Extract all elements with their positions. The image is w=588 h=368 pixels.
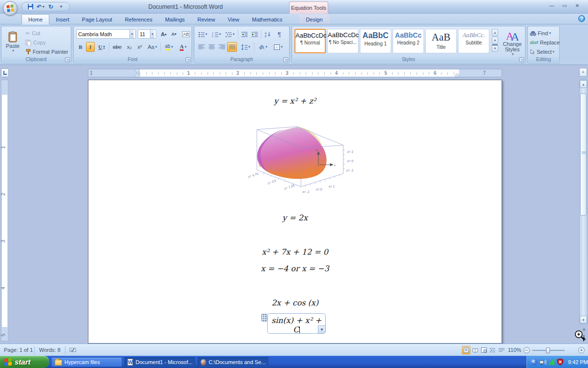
equation-2x-cos[interactable]: 2x + cos (x): [88, 298, 502, 307]
zoom-in-icon[interactable]: +: [578, 347, 585, 353]
align-center-button[interactable]: [207, 42, 216, 52]
clear-formatting-button[interactable]: AB: [181, 29, 191, 39]
word-count[interactable]: Words: 8: [39, 347, 61, 353]
vertical-ruler[interactable]: 1 2 3 4 5: [1, 80, 8, 341]
highlight-color-button[interactable]: ab: [162, 42, 176, 52]
fullscreen-reading-view-icon[interactable]: [471, 346, 479, 354]
tab-mailings[interactable]: Mailings: [159, 15, 191, 24]
increase-indent-button[interactable]: [250, 29, 259, 39]
paste-button[interactable]: Paste: [3, 28, 22, 56]
taskbar-item-document1[interactable]: W Document1 - Microsof...: [125, 357, 195, 367]
style-heading1[interactable]: AaBbC Heading 1: [360, 29, 391, 53]
tab-mathematics[interactable]: Mathematics: [246, 15, 289, 24]
office-button[interactable]: [3, 1, 18, 16]
tab-insert[interactable]: Insert: [49, 15, 76, 24]
zoom-out-icon[interactable]: −: [524, 347, 530, 353]
restore-button[interactable]: ▭: [560, 2, 569, 9]
sort-button[interactable]: AZ: [263, 29, 273, 39]
qat-customize-button[interactable]: ▾: [57, 3, 65, 11]
subscript-button[interactable]: x₂: [125, 42, 134, 52]
vertical-scrollbar[interactable]: ▴ ▾: [579, 80, 588, 324]
zoom-slider[interactable]: [532, 350, 565, 351]
tab-view[interactable]: View: [221, 15, 246, 24]
clipboard-dialog-launcher[interactable]: ↘: [65, 57, 70, 62]
change-styles-button[interactable]: AA Change Styles: [500, 28, 525, 58]
justify-button[interactable]: [227, 42, 237, 52]
zoom-level[interactable]: 110%: [508, 347, 521, 353]
close-button[interactable]: ✕: [572, 2, 582, 9]
styles-dialog-launcher[interactable]: ↘: [519, 57, 524, 62]
align-right-button[interactable]: [217, 42, 227, 52]
view-ruler-toggle-button[interactable]: ≡: [579, 68, 587, 77]
show-marks-button[interactable]: ¶: [274, 29, 284, 39]
decrease-indent-button[interactable]: [239, 29, 249, 39]
equation-content-control[interactable]: sin(x) + x² + C ▼: [267, 313, 326, 334]
font-name-dropdown-icon[interactable]: ▾: [129, 30, 134, 38]
font-name-combo[interactable]: Cambria Math▾: [76, 29, 136, 39]
right-indent-marker[interactable]: [455, 73, 460, 77]
tab-page-layout[interactable]: Page Layout: [76, 15, 119, 24]
equation-drag-handle-icon[interactable]: [261, 314, 267, 322]
line-spacing-button[interactable]: [239, 42, 252, 52]
web-layout-view-icon[interactable]: [480, 346, 488, 354]
scroll-down-icon[interactable]: ▾: [580, 316, 587, 324]
first-line-indent-marker[interactable]: [135, 69, 140, 73]
page-indicator[interactable]: Page: 1 of 1: [4, 347, 33, 353]
equation-y-x2-z2[interactable]: y = x² + z²: [88, 96, 502, 106]
font-dialog-launcher[interactable]: ↘: [186, 57, 190, 62]
paragraph-dialog-launcher[interactable]: ↘: [283, 57, 288, 62]
change-case-button[interactable]: Aa: [146, 42, 159, 52]
hanging-indent-marker[interactable]: [135, 73, 140, 77]
style-no-spacing[interactable]: AaBbCcDc ¶ No Spaci...: [327, 29, 358, 53]
tab-references[interactable]: References: [119, 15, 159, 24]
horizontal-ruler[interactable]: 1 1 2 3 4 5 6 7: [88, 69, 502, 77]
italic-button[interactable]: I: [86, 42, 95, 52]
draft-view-icon[interactable]: [497, 346, 505, 354]
strikethrough-button[interactable]: abe: [111, 42, 124, 52]
style-heading2[interactable]: AaBbCc Heading 2: [393, 29, 424, 53]
copy-button[interactable]: Copy: [25, 38, 59, 47]
font-color-button[interactable]: A: [177, 42, 189, 52]
cut-button[interactable]: ✂Cut: [25, 28, 59, 38]
tab-review[interactable]: Review: [191, 15, 221, 24]
numbering-button[interactable]: 12: [210, 29, 223, 39]
align-left-button[interactable]: [196, 42, 206, 52]
multilevel-list-button[interactable]: [224, 29, 236, 39]
zoom-slider-thumb[interactable]: [546, 347, 550, 353]
equation-y-2x[interactable]: y = 2x: [88, 213, 502, 222]
tray-collapse-icon[interactable]: <: [530, 358, 537, 366]
styles-scroll-up-icon[interactable]: ▴: [492, 29, 498, 36]
equation-roots[interactable]: x = −4 or x = −3: [88, 264, 502, 273]
bold-button[interactable]: B: [76, 42, 85, 52]
font-size-combo[interactable]: 11▾: [138, 29, 156, 39]
security-alert-icon[interactable]: [556, 358, 564, 366]
equation-dropdown-icon[interactable]: ▼: [318, 325, 326, 334]
styles-gallery-expand-icon[interactable]: ▾: [492, 44, 498, 52]
taskbar-item-documents-folder[interactable]: C:\Documents and Se...: [198, 357, 269, 367]
minimize-button[interactable]: —: [547, 2, 557, 9]
spellcheck-status-icon[interactable]: [68, 346, 77, 354]
tab-design[interactable]: Design: [299, 15, 329, 24]
start-button[interactable]: start: [0, 356, 49, 368]
outline-view-icon[interactable]: [488, 346, 497, 354]
grow-font-button[interactable]: A▴: [159, 29, 168, 39]
underline-button[interactable]: U: [96, 42, 107, 52]
style-normal[interactable]: AaBbCcDc ¶ Normal: [294, 29, 326, 53]
font-size-dropdown-icon[interactable]: ▾: [150, 30, 154, 38]
shrink-font-button[interactable]: A▾: [169, 29, 179, 39]
tab-selector[interactable]: [1, 68, 9, 77]
wireless-network-icon[interactable]: [539, 358, 547, 366]
undo-button[interactable]: ↶: [36, 3, 45, 11]
document-page[interactable]: y = x² + z²: [88, 80, 502, 344]
find-button[interactable]: Find: [529, 28, 558, 38]
save-button[interactable]: [26, 3, 35, 11]
redo-button[interactable]: ↻: [46, 3, 55, 11]
styles-scroll-down-icon[interactable]: ▾: [492, 37, 498, 44]
scroll-thumb[interactable]: [580, 93, 587, 216]
superscript-button[interactable]: x²: [135, 42, 145, 52]
taskbar-clock[interactable]: 9:42 PM: [568, 359, 588, 365]
replace-button[interactable]: ab⇄ Replace: [529, 38, 558, 47]
shading-button[interactable]: [256, 42, 270, 52]
scroll-up-icon[interactable]: ▴: [580, 80, 587, 88]
equation-sin-x2-c[interactable]: sin(x) + x² + C: [268, 314, 325, 334]
